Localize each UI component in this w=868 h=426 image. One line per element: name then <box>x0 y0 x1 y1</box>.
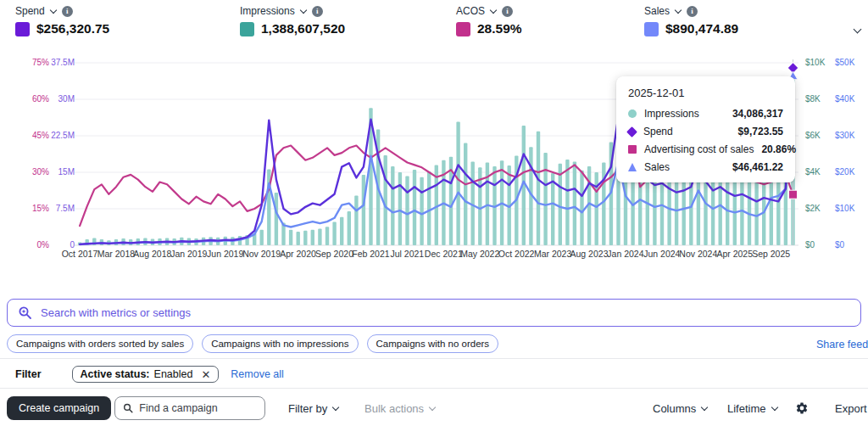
tooltip-value: $9,723.55 <box>738 126 783 137</box>
remove-all-link[interactable]: Remove all <box>231 368 284 380</box>
tooltip-row: Advertising cost of sales20.86% <box>628 143 783 155</box>
metrics-chart[interactable]: 0%15%30%45%60%75%07.5M15M22.5M30M37.5M$0… <box>0 0 868 289</box>
export-button[interactable]: Export <box>835 396 867 420</box>
tooltip-date: 2025-12-01 <box>628 87 783 99</box>
lifetime-label: Lifetime <box>727 402 766 415</box>
tooltip-value: 20.86% <box>761 143 796 155</box>
diamond-marker-icon <box>626 126 637 137</box>
triangle-marker-icon <box>628 163 637 171</box>
columns-dropdown[interactable]: Columns <box>653 396 707 420</box>
filter-pill-value: Enabled <box>154 368 193 380</box>
filter-row: Filter Active status: Enabled ✕ Remove a… <box>15 366 284 383</box>
bulk-actions-dropdown[interactable]: Bulk actions <box>364 396 435 420</box>
campaign-dashboard: Spendi$256,320.75Impressionsi1,388,607,5… <box>0 0 868 426</box>
find-campaign-search[interactable] <box>114 396 265 420</box>
square-marker-icon <box>628 145 637 154</box>
lifetime-dropdown[interactable]: Lifetime <box>727 396 777 420</box>
tooltip-label: Impressions <box>644 108 725 120</box>
tooltip-value: 34,086,317 <box>732 108 783 120</box>
filter-pill-name: Active status: <box>81 368 150 380</box>
search-input[interactable] <box>41 306 850 319</box>
create-campaign-button[interactable]: Create campaign <box>7 396 111 420</box>
share-feedback-link[interactable]: Share feedback <box>816 339 868 350</box>
tooltip-label: Sales <box>644 161 725 173</box>
columns-label: Columns <box>653 402 696 415</box>
active-status-filter-pill: Active status: Enabled ✕ <box>72 366 220 383</box>
chart-tooltip: 2025-12-01 Impressions34,086,317Spend$9,… <box>616 76 795 182</box>
quick-filter-chip[interactable]: Campaigns with no orders <box>367 334 499 353</box>
tooltip-value: $46,461.22 <box>732 161 783 173</box>
divider <box>0 388 868 389</box>
quick-filter-chip[interactable]: Campaigns with orders sorted by sales <box>7 334 193 353</box>
filter-by-label: Filter by <box>288 402 327 415</box>
search-icon <box>18 305 32 320</box>
tooltip-row: Spend$9,723.55 <box>628 126 783 137</box>
tooltip-label: Advertising cost of sales <box>644 143 754 155</box>
settings-gear-icon[interactable] <box>795 396 809 420</box>
tooltip-label: Spend <box>643 126 731 137</box>
bulk-actions-label: Bulk actions <box>364 402 424 415</box>
tooltip-row: Impressions34,086,317 <box>628 108 783 120</box>
filter-label: Filter <box>15 368 42 380</box>
quick-filter-chip[interactable]: Campaigns with no impressions <box>202 334 358 353</box>
find-campaign-input[interactable] <box>139 402 257 414</box>
metrics-search-bar[interactable] <box>7 299 861 327</box>
search-icon <box>123 402 133 414</box>
divider <box>0 358 868 359</box>
circle-marker-icon <box>628 109 637 118</box>
filter-by-dropdown[interactable]: Filter by <box>288 396 338 420</box>
tooltip-row: Sales$46,461.22 <box>628 161 783 173</box>
export-label: Export <box>835 402 867 415</box>
remove-filter-close-icon[interactable]: ✕ <box>201 369 210 380</box>
quick-filter-chips: Campaigns with orders sorted by salesCam… <box>7 334 498 353</box>
